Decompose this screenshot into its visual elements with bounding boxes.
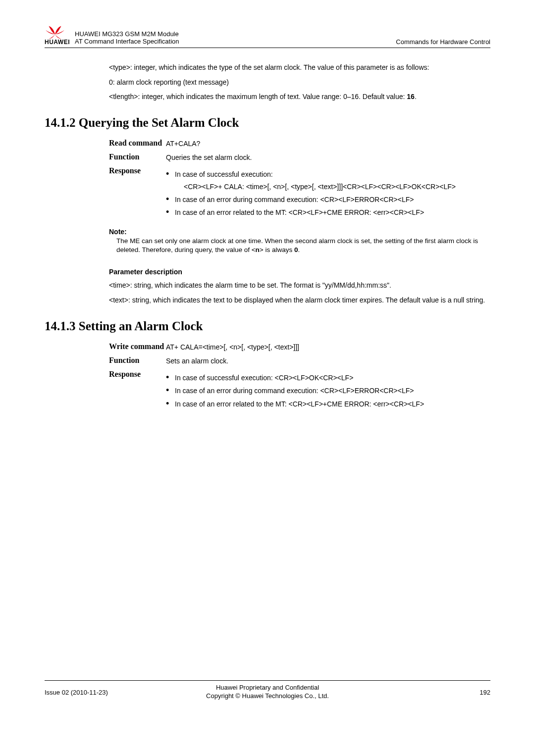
sec1-bullet-1: In case of successful execution: <CR><LF…	[166, 169, 490, 192]
header-right: Commands for Hardware Control	[396, 38, 490, 46]
footer-left: Issue 02 (2010-11-23)	[45, 689, 156, 696]
header-line1: HUAWEI MG323 GSM M2M Module	[75, 30, 396, 38]
brand-text: HUAWEI	[45, 39, 70, 46]
page-header: HUAWEI HUAWEI MG323 GSM M2M Module AT Co…	[45, 25, 490, 48]
sec1-bullet-3: In case of an error related to the MT: <…	[166, 207, 490, 217]
sec2-bullet-1: In case of successful execution: <CR><LF…	[166, 373, 490, 383]
footer-c1: Huawei Proprietary and Confidential	[156, 684, 379, 692]
intro-p1: <type>: integer, which indicates the typ…	[109, 63, 490, 73]
read-command-value: AT+CALA?	[166, 139, 490, 149]
intro-p3a: <tlength>: integer, which indicates the …	[109, 93, 407, 101]
footer-center: Huawei Proprietary and Confidential Copy…	[156, 684, 379, 701]
sec2-bullet-3: In case of an error related to the MT: <…	[166, 399, 490, 409]
page-footer: Issue 02 (2010-11-23) Huawei Proprietary…	[45, 680, 490, 701]
function-value-2: Sets an alarm clock.	[166, 356, 490, 366]
header-line2: AT Command Interface Specification	[75, 38, 396, 46]
note-b3: > is always	[260, 246, 294, 253]
write-command-label: Write command	[109, 342, 166, 352]
read-command-label: Read command	[109, 139, 166, 149]
section-14-1-3-title: 14.1.3 Setting an Alarm Clock	[45, 319, 490, 333]
param-desc-p2: <text>: string, which indicates the text…	[109, 296, 490, 305]
param-desc-heading: Parameter description	[109, 268, 490, 276]
note-b5: .	[298, 246, 300, 253]
header-titles: HUAWEI MG323 GSM M2M Module AT Command I…	[75, 30, 396, 46]
note-body: The ME can set only one alarm clock at o…	[116, 237, 490, 255]
note-block: Note: The ME can set only one alarm cloc…	[109, 228, 490, 255]
huawei-logo-icon	[45, 25, 65, 40]
param-desc-p1: <time>: string, which indicates the alar…	[109, 281, 490, 291]
section-14-1-2-title: 14.1.2 Querying the Set Alarm Clock	[45, 116, 490, 130]
sec1-bullet-2: In case of an error during command execu…	[166, 195, 490, 204]
intro-p3b: 16	[407, 93, 415, 101]
note-b2: n	[256, 246, 260, 253]
footer-page-number: 192	[379, 689, 490, 696]
function-label-2: Function	[109, 356, 166, 366]
sec1-b1-text: In case of successful execution:	[175, 170, 273, 178]
brand-block: HUAWEI	[45, 25, 70, 46]
response-label-1: Response	[109, 166, 166, 220]
write-command-value: AT+ CALA=<time>[, <n>[, <type>[, <text>]…	[166, 342, 490, 352]
sec2-bullet-2: In case of an error during command execu…	[166, 386, 490, 396]
function-label-1: Function	[109, 152, 166, 162]
intro-p3: <tlength>: integer, which indicates the …	[109, 92, 490, 102]
function-value-1: Queries the set alarm clock.	[166, 152, 490, 162]
intro-p3c: .	[415, 93, 417, 101]
note-label: Note:	[109, 228, 490, 236]
response-label-2: Response	[109, 370, 166, 412]
sec1-b1-sub: <CR><LF>+ CALA: <time>[, <n>[, <type>[, …	[184, 182, 490, 192]
intro-p2: 0: alarm clock reporting (text message)	[109, 78, 490, 88]
footer-c2: Copyright © Huawei Technologies Co., Ltd…	[156, 692, 379, 701]
